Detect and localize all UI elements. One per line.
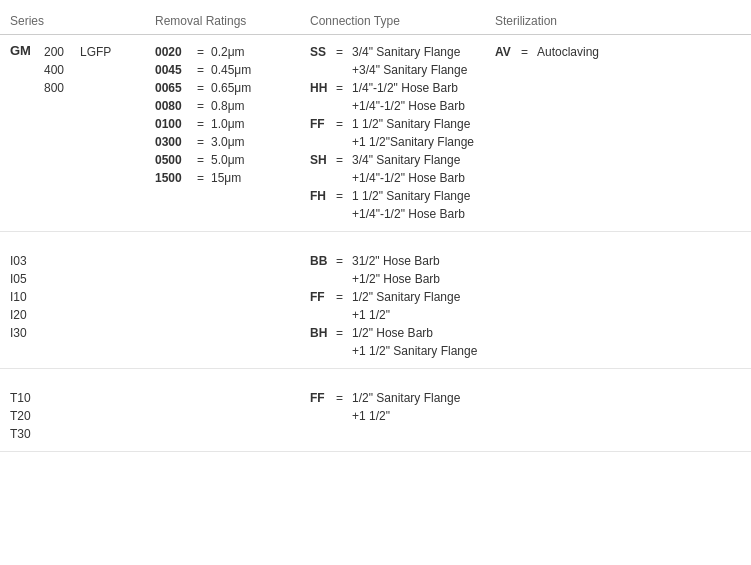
conn-eq: = xyxy=(336,79,352,97)
connection-row: SS = 3/4" Sanitary Flange xyxy=(310,43,495,61)
conn-eq: = xyxy=(336,389,352,407)
removal-row: 1500 = 15μm xyxy=(155,169,310,187)
steril-value: Autoclaving xyxy=(537,43,599,61)
series-name: GM xyxy=(10,43,40,97)
table-row: GM200400800LGFP0020 = 0.2μm0045 = 0.45μm… xyxy=(0,35,751,232)
conn-value: 1 1/2" Sanitary Flange xyxy=(352,115,470,133)
conn-eq: = xyxy=(336,288,352,306)
removal-row: 0065 = 0.65μm xyxy=(155,79,310,97)
removal-code: 0500 xyxy=(155,151,197,169)
conn-value: 1/2" Sanitary Flange xyxy=(352,288,460,306)
removal-row: 0080 = 0.8μm xyxy=(155,97,310,115)
conn-value: 3/4" Sanitary Flange xyxy=(352,43,460,61)
removal-eq: = xyxy=(197,133,211,151)
header-connection: Connection Type xyxy=(310,14,495,28)
series-col: I03I05I10I20I30 xyxy=(0,252,155,342)
series-number: 800 xyxy=(44,79,76,97)
header-removal: Removal Ratings xyxy=(155,14,310,28)
connection-row: BH = 1/2" Hose Barb xyxy=(310,324,495,342)
conn-value: 1/2" Hose Barb xyxy=(352,324,433,342)
removal-eq: = xyxy=(197,43,211,61)
conn-value: 1 1/2" Sanitary Flange xyxy=(352,187,470,205)
header-series: Series xyxy=(0,14,155,28)
conn-code: FF xyxy=(310,288,336,306)
conn-eq: = xyxy=(336,115,352,133)
removal-code: 0065 xyxy=(155,79,197,97)
removal-row: 0300 = 3.0μm xyxy=(155,133,310,151)
connection-row: +1 1/2" Sanitary Flange xyxy=(310,342,495,360)
conn-code: BH xyxy=(310,324,336,342)
connection-row: HH = 1/4"-1/2" Hose Barb xyxy=(310,79,495,97)
header-sterilization: Sterilization xyxy=(495,14,701,28)
connection-row: SH = 3/4" Sanitary Flange xyxy=(310,151,495,169)
removal-eq: = xyxy=(197,61,211,79)
connection-col: FF = 1/2" Sanitary Flange+1 1/2" xyxy=(310,389,495,425)
series-number: T30 xyxy=(10,425,155,443)
removal-row: 0045 = 0.45μm xyxy=(155,61,310,79)
connection-row: +1/4"-1/2" Hose Barb xyxy=(310,169,495,187)
conn-code: BB xyxy=(310,252,336,270)
removal-row: 0500 = 5.0μm xyxy=(155,151,310,169)
conn-code: HH xyxy=(310,79,336,97)
table-row: T10T20T30FF = 1/2" Sanitary Flange+1 1/2… xyxy=(0,381,751,452)
steril-eq: = xyxy=(521,43,537,61)
conn-eq: = xyxy=(336,43,352,61)
steril-code: AV xyxy=(495,43,521,61)
connection-row: FF = 1 1/2" Sanitary Flange xyxy=(310,115,495,133)
removal-col: 0020 = 0.2μm0045 = 0.45μm0065 = 0.65μm00… xyxy=(155,43,310,187)
removal-code: 0100 xyxy=(155,115,197,133)
conn-eq: = xyxy=(336,252,352,270)
removal-row: 0020 = 0.2μm xyxy=(155,43,310,61)
conn-code: FF xyxy=(310,115,336,133)
removal-code: 1500 xyxy=(155,169,197,187)
connection-row: +1 1/2" xyxy=(310,306,495,324)
table-row: I03I05I10I20I30BB = 31/2" Hose Barb+1/2"… xyxy=(0,244,751,369)
connection-row: +1 1/2" xyxy=(310,407,495,425)
removal-value: 15μm xyxy=(211,169,241,187)
connection-row: +1 1/2"Sanitary Flange xyxy=(310,133,495,151)
removal-value: 0.45μm xyxy=(211,61,251,79)
series-number: I30 xyxy=(10,324,155,342)
removal-eq: = xyxy=(197,151,211,169)
conn-eq: = xyxy=(336,187,352,205)
removal-value: 0.65μm xyxy=(211,79,251,97)
removal-value: 1.0μm xyxy=(211,115,245,133)
removal-value: 3.0μm xyxy=(211,133,245,151)
conn-code: SS xyxy=(310,43,336,61)
conn-eq: = xyxy=(336,324,352,342)
series-number: 200 xyxy=(44,43,76,61)
connection-row: +1/4"-1/2" Hose Barb xyxy=(310,97,495,115)
data-sections: GM200400800LGFP0020 = 0.2μm0045 = 0.45μm… xyxy=(0,35,751,452)
removal-eq: = xyxy=(197,97,211,115)
connection-col: BB = 31/2" Hose Barb+1/2" Hose BarbFF = … xyxy=(310,252,495,360)
removal-row: 0100 = 1.0μm xyxy=(155,115,310,133)
sterilization-row: AV = Autoclaving xyxy=(495,43,701,61)
series-number: I20 xyxy=(10,306,155,324)
series-number: T20 xyxy=(10,407,155,425)
conn-eq: = xyxy=(336,151,352,169)
sterilization-col: AV = Autoclaving xyxy=(495,43,701,61)
series-number: I03 xyxy=(10,252,155,270)
conn-value: 31/2" Hose Barb xyxy=(352,252,440,270)
removal-code: 0080 xyxy=(155,97,197,115)
series-number: I05 xyxy=(10,270,155,288)
connection-row: FH = 1 1/2" Sanitary Flange xyxy=(310,187,495,205)
connection-row: FF = 1/2" Sanitary Flange xyxy=(310,389,495,407)
connection-row: FF = 1/2" Sanitary Flange xyxy=(310,288,495,306)
removal-eq: = xyxy=(197,79,211,97)
conn-code: FH xyxy=(310,187,336,205)
conn-code: SH xyxy=(310,151,336,169)
removal-code: 0045 xyxy=(155,61,197,79)
removal-value: 5.0μm xyxy=(211,151,245,169)
removal-value: 0.2μm xyxy=(211,43,245,61)
series-number: 400 xyxy=(44,61,76,79)
removal-value: 0.8μm xyxy=(211,97,245,115)
connection-col: SS = 3/4" Sanitary Flange+3/4" Sanitary … xyxy=(310,43,495,223)
series-number: T10 xyxy=(10,389,155,407)
connection-row: +3/4" Sanitary Flange xyxy=(310,61,495,79)
table-header: Series Removal Ratings Connection Type S… xyxy=(0,8,751,35)
conn-code: FF xyxy=(310,389,336,407)
conn-value: 1/4"-1/2" Hose Barb xyxy=(352,79,458,97)
series-col: T10T20T30 xyxy=(0,389,155,443)
series-number: I10 xyxy=(10,288,155,306)
